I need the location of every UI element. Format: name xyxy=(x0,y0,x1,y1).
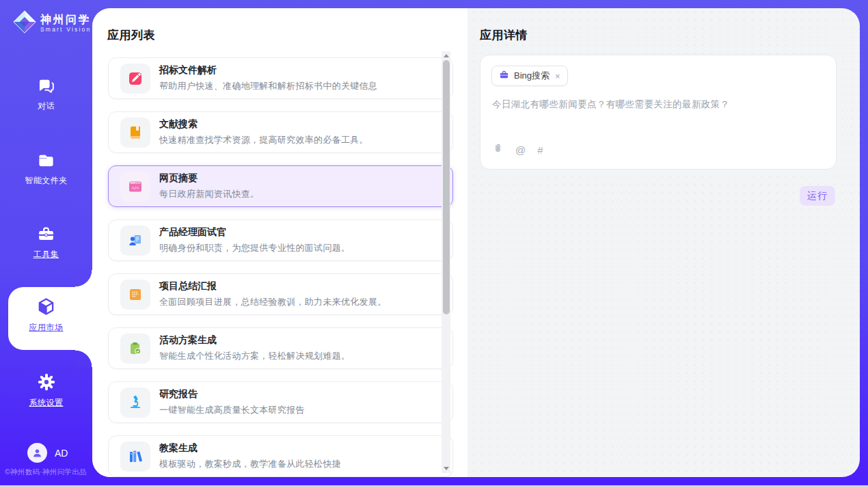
user-initials: AD xyxy=(55,448,68,459)
scrollbar-down-arrow-icon[interactable] xyxy=(444,467,449,470)
tool-chip-bing-search[interactable]: Bing搜索 × xyxy=(491,66,568,86)
question-text: 今日湖北有哪些新闻要点？有哪些需要关注的最新政策？ xyxy=(492,98,730,111)
tool-chip-label: Bing搜索 xyxy=(514,70,550,82)
app-detail-title: 应用详情 xyxy=(480,27,528,43)
edit-doc-icon xyxy=(120,64,150,94)
sidebar-item-smart-folder[interactable]: 智能文件夹 xyxy=(0,151,92,187)
content-area: 应用列表 招标文件解析帮助用户快速、准确地理解和解析招标书中的关键信息文献搜索快… xyxy=(92,8,860,477)
toolbox-icon xyxy=(37,225,55,246)
app-window: 神州问学 Smart Vision 对话智能文件夹工具集应用市场系统设置 AD … xyxy=(0,0,868,488)
app-item-name: 文献搜索 xyxy=(159,118,368,131)
chat-icon xyxy=(37,77,55,98)
app-item-description: 一键智能生成高质量长文本研究报告 xyxy=(159,404,305,416)
composer-toolbar: @ # xyxy=(492,143,543,157)
app-list-item-research-report[interactable]: 研究报告一键智能生成高质量长文本研究报告 xyxy=(108,381,453,423)
sidebar-item-label: 智能文件夹 xyxy=(25,175,68,187)
app-list-item-web-summary[interactable]: </>网页摘要每日政府新闻资讯快查。 xyxy=(108,165,453,207)
cube-icon xyxy=(36,297,56,319)
sidebar: 神州问学 Smart Vision 对话智能文件夹工具集应用市场系统设置 AD … xyxy=(0,0,92,488)
interview-icon xyxy=(120,226,150,256)
app-item-text: 教案生成模板驱动，教案秒成，教学准备从此轻松快捷 xyxy=(159,442,341,470)
sidebar-item-settings[interactable]: 系统设置 xyxy=(0,372,92,409)
scrollbar[interactable] xyxy=(442,51,450,473)
svg-text:</>: </> xyxy=(132,185,139,189)
app-list-item-lesson-plan[interactable]: 教案生成模板驱动，教案秒成，教学准备从此轻松快捷 xyxy=(108,435,453,477)
app-item-text: 招标文件解析帮助用户快速、准确地理解和解析招标书中的关键信息 xyxy=(159,64,377,92)
app-list-item-bid-doc-analysis[interactable]: 招标文件解析帮助用户快速、准确地理解和解析招标书中的关键信息 xyxy=(108,57,453,99)
hash-icon[interactable]: # xyxy=(537,144,543,156)
attachment-icon[interactable] xyxy=(492,143,504,157)
app-item-description: 明确身份和职责，为您提供专业性的面试问题。 xyxy=(159,242,350,254)
active-tab-fillet-bottom xyxy=(75,350,92,367)
clipboard-check-icon xyxy=(120,334,150,364)
copyright-text: ©神州数码·神州问学出品 xyxy=(5,467,97,477)
app-item-description: 帮助用户快速、准确地理解和解析招标书中的关键信息 xyxy=(159,80,377,92)
app-item-description: 全面回顾项目进展，总结经验教训，助力未来优化发展。 xyxy=(159,296,387,308)
sidebar-item-app-market[interactable]: 应用市场 xyxy=(0,297,92,334)
app-item-description: 快速精准查找学术资源，提高研究效率的必备工具。 xyxy=(159,134,368,146)
app-list-item-project-summary[interactable]: 项目总结汇报全面回顾项目进展，总结经验教训，助力未来优化发展。 xyxy=(108,273,453,315)
app-item-name: 教案生成 xyxy=(159,442,341,455)
report-note-icon xyxy=(120,280,150,310)
microscope-icon xyxy=(120,388,150,418)
scrollbar-up-arrow-icon[interactable] xyxy=(444,54,449,57)
app-item-text: 产品经理面试官明确身份和职责，为您提供专业性的面试问题。 xyxy=(159,226,350,254)
app-item-name: 招标文件解析 xyxy=(159,64,377,77)
sidebar-item-label: 应用市场 xyxy=(29,322,64,334)
chip-close-icon[interactable]: × xyxy=(555,72,560,81)
book-icon xyxy=(120,118,150,148)
app-item-text: 活动方案生成智能生成个性化活动方案，轻松解决规划难题。 xyxy=(159,334,350,362)
window-bottom-strip xyxy=(0,485,868,488)
app-item-description: 智能生成个性化活动方案，轻松解决规划难题。 xyxy=(159,350,350,362)
app-item-text: 项目总结汇报全面回顾项目进展，总结经验教训，助力未来优化发展。 xyxy=(159,280,387,308)
app-item-description: 每日政府新闻资讯快查。 xyxy=(159,188,259,200)
app-item-name: 网页摘要 xyxy=(159,172,259,185)
briefcase-icon xyxy=(499,70,509,83)
books-icon xyxy=(120,442,150,472)
user-account[interactable]: AD xyxy=(27,443,68,463)
brand-name: 神州问学 xyxy=(40,14,91,26)
avatar[interactable] xyxy=(27,443,47,463)
brand-logo-icon xyxy=(12,10,37,37)
app-detail-card: Bing搜索 × 今日湖北有哪些新闻要点？有哪些需要关注的最新政策？ @ # xyxy=(480,55,837,170)
gear-icon xyxy=(37,372,56,394)
sidebar-item-label: 工具集 xyxy=(33,249,59,260)
folder-icon xyxy=(37,151,55,172)
brand: 神州问学 Smart Vision xyxy=(12,10,91,37)
app-list-item-event-plan[interactable]: 活动方案生成智能生成个性化活动方案，轻松解决规划难题。 xyxy=(108,327,453,369)
sidebar-item-label: 对话 xyxy=(38,100,55,112)
sidebar-item-chat[interactable]: 对话 xyxy=(0,77,92,112)
app-item-name: 活动方案生成 xyxy=(159,334,350,347)
sidebar-item-toolset[interactable]: 工具集 xyxy=(0,225,92,260)
app-item-name: 项目总结汇报 xyxy=(159,280,387,293)
app-item-name: 产品经理面试官 xyxy=(159,226,350,239)
browser-icon: </> xyxy=(120,172,150,202)
app-item-text: 网页摘要每日政府新闻资讯快查。 xyxy=(159,172,259,200)
mention-icon[interactable]: @ xyxy=(515,144,526,156)
app-item-name: 研究报告 xyxy=(159,388,305,401)
app-list-panel: 应用列表 招标文件解析帮助用户快速、准确地理解和解析招标书中的关键信息文献搜索快… xyxy=(92,8,467,477)
app-list-item-pm-interviewer[interactable]: 产品经理面试官明确身份和职责，为您提供专业性的面试问题。 xyxy=(108,219,453,261)
app-list-item-literature-search[interactable]: 文献搜索快速精准查找学术资源，提高研究效率的必备工具。 xyxy=(108,111,453,153)
app-item-text: 文献搜索快速精准查找学术资源，提高研究效率的必备工具。 xyxy=(159,118,368,146)
scrollbar-thumb[interactable] xyxy=(443,60,450,314)
app-item-text: 研究报告一键智能生成高质量长文本研究报告 xyxy=(159,388,305,416)
active-tab-fillet-top xyxy=(75,270,92,287)
sidebar-item-label: 系统设置 xyxy=(29,397,64,409)
brand-subtitle: Smart Vision xyxy=(40,26,91,33)
run-button[interactable]: 运行 xyxy=(800,186,835,206)
app-item-description: 模板驱动，教案秒成，教学准备从此轻松快捷 xyxy=(159,458,341,470)
app-list-title: 应用列表 xyxy=(107,27,155,43)
